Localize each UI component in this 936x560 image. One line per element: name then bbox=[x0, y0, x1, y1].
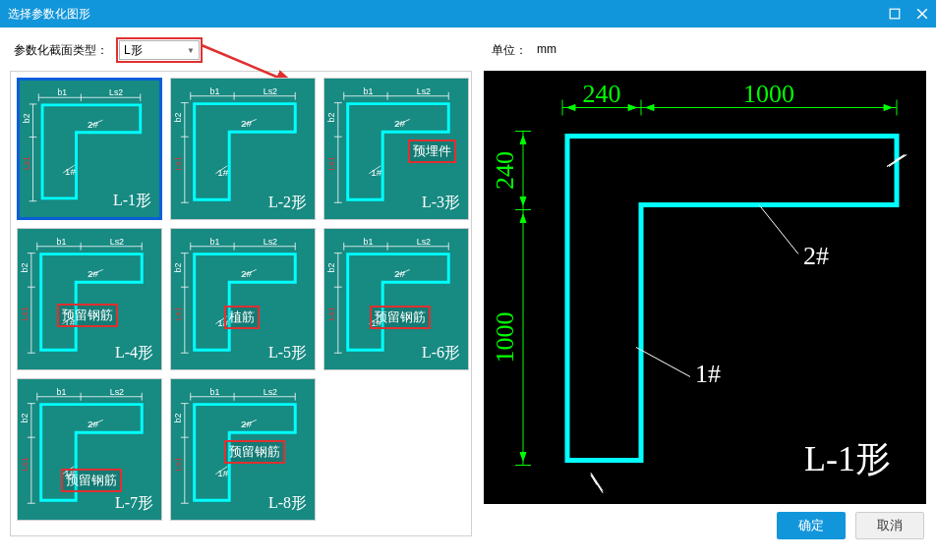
thumb-label: L-5形 bbox=[268, 343, 307, 364]
thumb-label: L-6形 bbox=[422, 343, 460, 364]
thumb-badge: 植筋 bbox=[224, 306, 260, 329]
svg-text:Ls1: Ls1 bbox=[326, 307, 336, 320]
type-select[interactable]: L形 ▼ bbox=[119, 40, 200, 60]
thumb-L-8形[interactable]: b1 Ls2 b2 Ls1 2# 1# L-8形预留钢筋 bbox=[170, 378, 316, 521]
svg-text:Ls1: Ls1 bbox=[326, 156, 336, 170]
ok-button[interactable]: 确定 bbox=[777, 512, 846, 539]
svg-text:Ls2: Ls2 bbox=[109, 87, 123, 97]
svg-text:b2: b2 bbox=[173, 112, 183, 122]
thumb-badge: 预留钢筋 bbox=[224, 440, 285, 464]
svg-text:b2: b2 bbox=[20, 262, 29, 272]
thumb-L-6形[interactable]: b1 Ls2 b2 Ls1 2# 1# L-6形预留钢筋 bbox=[323, 228, 469, 370]
thumb-badge: 预留钢筋 bbox=[61, 469, 122, 492]
svg-text:b2: b2 bbox=[22, 113, 31, 123]
thumb-badge: 预埋件 bbox=[408, 140, 456, 163]
titlebar: 选择参数化图形 bbox=[0, 0, 936, 28]
svg-text:b1: b1 bbox=[363, 86, 373, 96]
svg-text:Ls1: Ls1 bbox=[20, 307, 29, 320]
svg-text:b2: b2 bbox=[173, 413, 183, 422]
svg-text:Ls1: Ls1 bbox=[173, 156, 183, 170]
type-value: L形 bbox=[124, 42, 143, 59]
svg-text:Ls2: Ls2 bbox=[417, 237, 431, 247]
svg-text:Ls1: Ls1 bbox=[22, 156, 31, 170]
button-row: 确定 取消 bbox=[484, 504, 926, 539]
unit-label: 单位： bbox=[492, 42, 527, 59]
thumb-badge: 预留钢筋 bbox=[370, 306, 431, 329]
thumb-L-2形[interactable]: b1 Ls2 b2 Ls1 2# 1# L-2形 bbox=[170, 78, 316, 220]
svg-text:b2: b2 bbox=[326, 262, 336, 272]
cancel-button[interactable]: 取消 bbox=[855, 512, 924, 539]
thumb-label: L-8形 bbox=[268, 493, 307, 514]
svg-text:Ls2: Ls2 bbox=[417, 86, 431, 96]
svg-text:1000: 1000 bbox=[491, 312, 519, 364]
unit-block: 单位： mm bbox=[492, 42, 556, 59]
svg-line-162 bbox=[636, 348, 690, 377]
svg-text:b1: b1 bbox=[56, 237, 66, 247]
svg-text:Ls2: Ls2 bbox=[110, 237, 124, 247]
maximize-icon[interactable] bbox=[889, 8, 901, 20]
svg-text:Ls1: Ls1 bbox=[173, 457, 183, 471]
thumb-L-1形[interactable]: b1 Ls2 b2 Ls1 2# 1# L-1形 bbox=[17, 78, 162, 220]
svg-text:2#: 2# bbox=[803, 242, 829, 270]
close-icon[interactable] bbox=[916, 8, 928, 20]
type-select-highlight: L形 ▼ bbox=[116, 37, 203, 63]
type-label: 参数化截面类型： bbox=[14, 42, 108, 59]
svg-text:Ls2: Ls2 bbox=[263, 387, 277, 397]
unit-value: mm bbox=[537, 42, 556, 59]
right-panel: 240 1000 240 1000 bbox=[484, 71, 926, 539]
thumb-label: L-3形 bbox=[422, 193, 460, 213]
svg-line-164 bbox=[759, 205, 798, 254]
svg-text:b1: b1 bbox=[56, 387, 66, 397]
thumb-label: L-2形 bbox=[268, 193, 307, 213]
svg-text:b1: b1 bbox=[209, 86, 219, 96]
svg-text:Ls2: Ls2 bbox=[263, 237, 277, 247]
svg-text:Ls1: Ls1 bbox=[20, 457, 29, 471]
svg-text:b1: b1 bbox=[209, 237, 219, 247]
svg-text:b2: b2 bbox=[326, 112, 336, 122]
svg-text:b1: b1 bbox=[209, 387, 219, 397]
svg-text:b2: b2 bbox=[173, 262, 183, 272]
svg-text:240: 240 bbox=[583, 80, 621, 108]
chevron-down-icon: ▼ bbox=[187, 46, 195, 55]
thumbnail-grid: b1 Ls2 b2 Ls1 2# 1# L-1形 b1 Ls2 b2 Ls1 2… bbox=[10, 71, 472, 536]
top-row: 参数化截面类型： L形 ▼ 单位： mm bbox=[0, 28, 936, 71]
thumb-L-3形[interactable]: b1 Ls2 b2 Ls1 2# 1# L-3形预埋件 bbox=[323, 78, 469, 220]
svg-text:Ls2: Ls2 bbox=[263, 86, 277, 96]
svg-rect-0 bbox=[890, 9, 900, 19]
svg-text:b2: b2 bbox=[20, 413, 29, 422]
content: b1 Ls2 b2 Ls1 2# 1# L-1形 b1 Ls2 b2 Ls1 2… bbox=[0, 71, 936, 539]
svg-text:b1: b1 bbox=[57, 87, 67, 97]
svg-text:b1: b1 bbox=[363, 237, 373, 247]
preview-canvas: 240 1000 240 1000 bbox=[484, 71, 926, 504]
svg-text:1000: 1000 bbox=[743, 80, 794, 108]
svg-text:Ls2: Ls2 bbox=[110, 387, 124, 397]
svg-text:1#: 1# bbox=[695, 360, 721, 388]
thumb-label: L-1形 bbox=[113, 191, 151, 211]
thumb-label: L-4形 bbox=[115, 343, 153, 364]
window-title: 选择参数化图形 bbox=[8, 6, 90, 23]
window-controls bbox=[889, 8, 928, 20]
thumb-badge: 预留钢筋 bbox=[57, 304, 118, 327]
thumb-label: L-7形 bbox=[115, 493, 153, 514]
svg-text:240: 240 bbox=[491, 151, 519, 190]
svg-text:Ls1: Ls1 bbox=[173, 307, 183, 320]
thumb-L-7形[interactable]: b1 Ls2 b2 Ls1 2# 1# L-7形预留钢筋 bbox=[17, 378, 162, 521]
svg-text:L-1形: L-1形 bbox=[804, 439, 891, 478]
thumb-L-4形[interactable]: b1 Ls2 b2 Ls1 2# 1# L-4形预留钢筋 bbox=[17, 228, 162, 370]
thumb-L-5形[interactable]: b1 Ls2 b2 Ls1 2# 1# L-5形植筋 bbox=[170, 228, 316, 370]
